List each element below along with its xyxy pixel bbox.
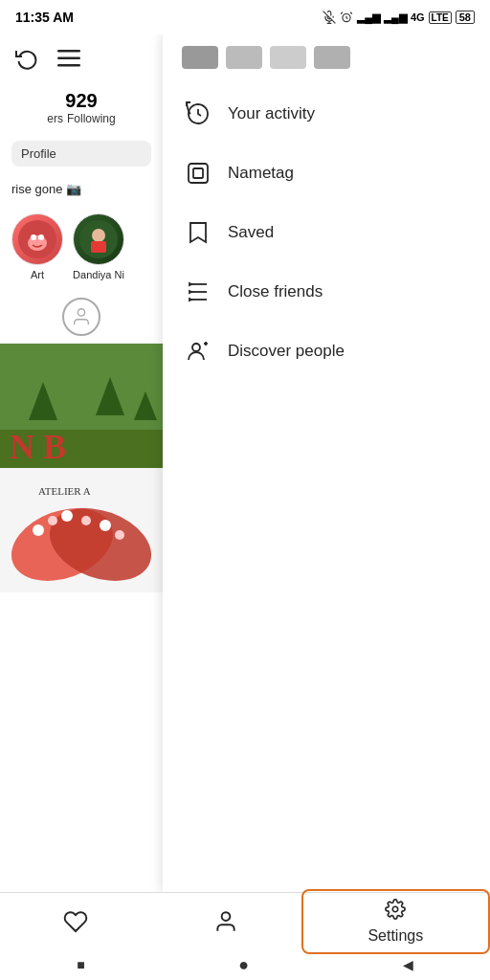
svg-line-4 bbox=[341, 12, 343, 14]
story-circle-dandiya bbox=[73, 213, 124, 265]
android-home[interactable]: ● bbox=[238, 955, 249, 975]
svg-point-10 bbox=[28, 235, 47, 251]
svg-point-11 bbox=[31, 234, 36, 240]
svg-rect-34 bbox=[189, 164, 208, 183]
settings-button[interactable]: Settings bbox=[301, 889, 490, 954]
menu-item-your-activity[interactable]: Your activity bbox=[163, 84, 490, 144]
svg-text:ATELIER A: ATELIER A bbox=[38, 485, 91, 497]
status-bar: 11:35 AM ▂▄▆ ▂▄▆ 4G LTE 58 bbox=[0, 0, 490, 34]
heart-icon bbox=[63, 909, 88, 934]
svg-marker-39 bbox=[189, 283, 191, 285]
status-icons: ▂▄▆ ▂▄▆ 4G LTE 58 bbox=[323, 11, 475, 24]
saved-icon bbox=[186, 220, 211, 245]
story-label-dandiya: Dandiya Ni bbox=[73, 269, 124, 280]
menu-item-nametag[interactable]: Nametag bbox=[163, 144, 490, 203]
color-swatches bbox=[163, 34, 490, 77]
swatch-2 bbox=[226, 46, 262, 69]
menu-list: Your activity Nametag bbox=[163, 77, 490, 389]
right-panel: Your activity Nametag bbox=[163, 34, 490, 892]
story-item-dandiya[interactable]: Dandiya Ni bbox=[73, 213, 124, 280]
menu-item-saved[interactable]: Saved bbox=[163, 203, 490, 262]
menu-item-discover-people[interactable]: Discover people bbox=[163, 322, 490, 381]
profile-search-box[interactable]: Profile bbox=[11, 141, 151, 167]
svg-rect-15 bbox=[91, 241, 106, 253]
discover-people-label: Discover people bbox=[228, 342, 345, 361]
nav-heart[interactable] bbox=[0, 909, 150, 934]
bottom-nav: Settings bbox=[0, 892, 490, 949]
story-item-art[interactable]: Art bbox=[11, 213, 63, 280]
signal-bar2: ▂▄▆ bbox=[384, 11, 407, 24]
history-icon[interactable] bbox=[11, 43, 42, 74]
svg-point-46 bbox=[393, 906, 399, 912]
svg-point-14 bbox=[92, 229, 105, 242]
svg-point-45 bbox=[222, 912, 231, 921]
swatch-3 bbox=[270, 46, 306, 69]
story-label-art: Art bbox=[31, 269, 44, 280]
svg-point-16 bbox=[78, 309, 84, 316]
post-images: N B bbox=[0, 344, 163, 592]
svg-rect-7 bbox=[57, 57, 80, 60]
post-image-flowers: ATELIER A bbox=[0, 468, 163, 592]
network-label: 4G bbox=[411, 11, 425, 23]
settings-gear-icon bbox=[385, 899, 406, 920]
story-circle-art bbox=[11, 213, 63, 265]
svg-rect-6 bbox=[57, 50, 80, 53]
nametag-icon bbox=[186, 161, 211, 186]
swatch-1 bbox=[182, 46, 218, 69]
svg-point-31 bbox=[115, 530, 124, 540]
bio-text: rise gone 📷 bbox=[0, 174, 163, 204]
art-image bbox=[18, 220, 56, 258]
android-recents[interactable]: ◀ bbox=[403, 957, 413, 972]
top-bar bbox=[0, 34, 163, 82]
app-container: 929 ers Following Profile rise gone 📷 bbox=[0, 34, 490, 892]
svg-point-26 bbox=[33, 524, 44, 536]
svg-text:N B: N B bbox=[10, 428, 66, 466]
svg-point-28 bbox=[61, 510, 73, 522]
post-green-svg: N B bbox=[0, 344, 163, 468]
your-activity-icon bbox=[186, 101, 211, 126]
close-friends-label: Close friends bbox=[228, 282, 323, 301]
photo-placeholder bbox=[62, 298, 100, 336]
following-label-text: Following bbox=[67, 112, 116, 125]
svg-line-5 bbox=[350, 12, 352, 14]
settings-label: Settings bbox=[368, 927, 423, 945]
svg-point-12 bbox=[38, 234, 44, 240]
post-flowers-svg: ATELIER A bbox=[0, 468, 163, 592]
menu-item-close-friends[interactable]: Close friends bbox=[163, 262, 490, 322]
android-back[interactable]: ■ bbox=[77, 957, 84, 972]
your-activity-label: Your activity bbox=[228, 104, 315, 123]
svg-point-29 bbox=[81, 516, 91, 525]
svg-marker-41 bbox=[189, 299, 191, 301]
nametag-label: Nametag bbox=[228, 164, 294, 183]
svg-rect-8 bbox=[57, 64, 80, 67]
story-row: Art Dandiya Ni bbox=[0, 204, 163, 290]
profile-icon bbox=[213, 909, 238, 934]
close-friends-icon bbox=[186, 279, 211, 304]
hamburger-icon[interactable] bbox=[54, 43, 84, 74]
swatch-4 bbox=[314, 46, 350, 69]
followers-label: ers Following bbox=[11, 112, 151, 125]
svg-point-27 bbox=[48, 516, 57, 525]
left-panel: 929 ers Following Profile rise gone 📷 bbox=[0, 34, 163, 892]
svg-point-42 bbox=[192, 344, 200, 351]
followers-count: 929 bbox=[11, 90, 151, 112]
battery-indicator: 58 bbox=[456, 11, 475, 24]
post-image-green: N B bbox=[0, 344, 163, 468]
discover-people-icon bbox=[186, 339, 211, 364]
svg-marker-40 bbox=[189, 291, 191, 293]
followers-label-text: ers bbox=[47, 112, 63, 125]
nav-profile[interactable] bbox=[150, 909, 301, 934]
lte-label: LTE bbox=[429, 11, 452, 24]
svg-point-30 bbox=[100, 520, 111, 531]
status-time: 11:35 AM bbox=[15, 10, 74, 25]
signal-bar: ▂▄▆ bbox=[357, 11, 380, 24]
saved-label: Saved bbox=[228, 223, 274, 242]
dandiya-image bbox=[79, 220, 118, 258]
profile-text: Profile bbox=[21, 146, 56, 161]
profile-stats: 929 ers Following bbox=[0, 82, 163, 133]
mute-icon bbox=[323, 11, 336, 24]
android-nav: ■ ● ◀ bbox=[0, 949, 490, 980]
svg-rect-35 bbox=[193, 168, 203, 178]
alarm-icon bbox=[340, 11, 353, 24]
